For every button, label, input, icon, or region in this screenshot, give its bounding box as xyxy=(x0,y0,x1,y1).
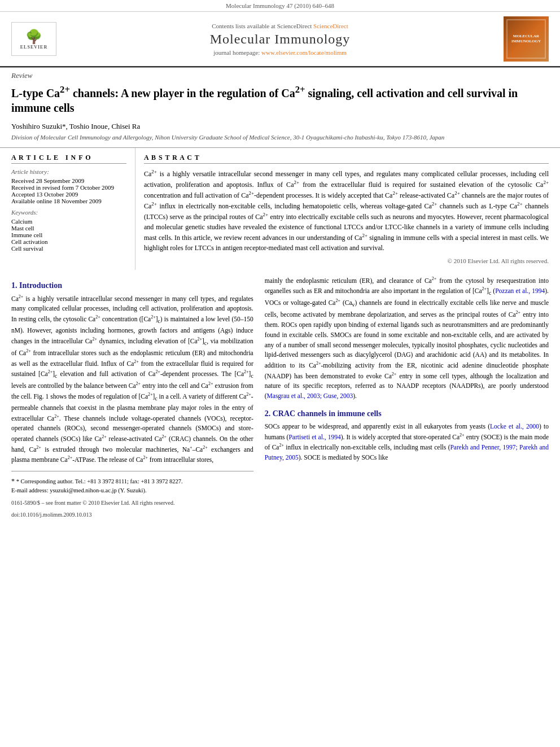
citation-text: Molecular Immunology 47 (2010) 640–648 xyxy=(226,2,334,9)
journal-logo-text: MOLECULARIMMUNOLOGY xyxy=(509,32,543,46)
journal-header: 🌳 ELSEVIER Contents lists available at S… xyxy=(0,12,560,67)
homepage-prefix: journal homepage: xyxy=(213,49,261,56)
keyword-immune-cell: Immune cell xyxy=(11,231,126,238)
intro-heading: 1. Introduction xyxy=(11,281,253,290)
sciencedirect-link: Contents lists available at ScienceDirec… xyxy=(56,23,504,29)
history-label: Article history: xyxy=(11,168,126,175)
sciencedirect-anchor[interactable]: ScienceDirect xyxy=(313,23,348,29)
article-info-column: A R T I C L E I N F O Article history: R… xyxy=(11,148,135,270)
affiliation: Division of Molecular Cell Immunology an… xyxy=(0,133,560,145)
abstract-label: A B S T R A C T xyxy=(144,154,549,164)
homepage-link[interactable]: www.elsevier.com/locate/molimm xyxy=(261,49,347,56)
keywords-label: Keywords: xyxy=(11,209,126,216)
sciencedirect-brand: ScienceDirect xyxy=(313,23,348,29)
abstract-column: A B S T R A C T Ca2+ is a highly versati… xyxy=(135,148,549,270)
journal-citation: Molecular Immunology 47 (2010) 640–648 xyxy=(0,0,560,12)
journal-logo-image: MOLECULARIMMUNOLOGY xyxy=(504,16,549,62)
elsevier-logo-text: ELSEVIER xyxy=(20,45,47,50)
doi-line: doi:10.1016/j.molimm.2009.10.013 xyxy=(11,510,253,519)
footnote-corresponding: * Corresponding author. Tel.: +81 3 3972… xyxy=(16,478,183,484)
available-date: Available online 18 November 2009 xyxy=(11,198,126,204)
journal-title: Molecular Immunology xyxy=(56,32,504,47)
footnote-email: E-mail address: ysuzuki@med.nihon-u.ac.j… xyxy=(11,486,253,495)
sciencedirect-text: Contents lists available at ScienceDirec… xyxy=(212,23,312,29)
intro-text-right: mainly the endoplasmic reticulum (ER), a… xyxy=(265,276,549,401)
keyword-mast-cell: Mast cell xyxy=(11,225,126,231)
journal-center: Contents lists available at ScienceDirec… xyxy=(56,23,504,56)
body-right-column: mainly the endoplasmic reticulum (ER), a… xyxy=(265,276,549,519)
info-abstract-section: A R T I C L E I N F O Article history: R… xyxy=(0,147,560,270)
body-content: 1. Introduction Ca2+ is a highly versati… xyxy=(0,270,560,525)
body-left-column: 1. Introduction Ca2+ is a highly versati… xyxy=(11,276,253,519)
crac-heading: 2. CRAC channels in immune cells xyxy=(265,409,549,418)
authors: Yoshihiro Suzuki*, Toshio Inoue, Chisei … xyxy=(0,120,560,133)
keyword-cell-survival: Cell survival xyxy=(11,245,126,252)
keyword-calcium: Calcium xyxy=(11,218,126,225)
article-title: L-type Ca2+ channels: A new player in th… xyxy=(0,81,560,120)
received-date: Received 28 September 2009 xyxy=(11,177,126,184)
accepted-date: Accepted 13 October 2009 xyxy=(11,191,126,198)
footnote-area: * * Corresponding author. Tel.: +81 3 39… xyxy=(11,471,253,519)
footnote-star: * * Corresponding author. Tel.: +81 3 39… xyxy=(11,476,253,486)
copyright-notice: © 2010 Elsevier Ltd. All rights reserved… xyxy=(144,257,549,264)
elsevier-tree-icon: 🌳 xyxy=(25,29,42,45)
issn-line: 0161-5890/$ – see front matter © 2010 El… xyxy=(11,499,253,507)
keyword-cell-activation: Cell activation xyxy=(11,238,126,245)
article-info-label: A R T I C L E I N F O xyxy=(11,154,126,164)
revised-date: Received in revised form 7 October 2009 xyxy=(11,184,126,191)
crac-text-right: SOCs appear to be widespread, and appare… xyxy=(265,422,549,463)
article-type: Review xyxy=(0,67,560,81)
abstract-text: Ca2+ is a highly versatile intracellular… xyxy=(144,168,549,253)
elsevier-logo: 🌳 ELSEVIER xyxy=(11,22,56,56)
journal-homepage: journal homepage: www.elsevier.com/locat… xyxy=(56,49,504,56)
intro-text-left: Ca2+ is a highly versatile intracellular… xyxy=(11,294,253,465)
